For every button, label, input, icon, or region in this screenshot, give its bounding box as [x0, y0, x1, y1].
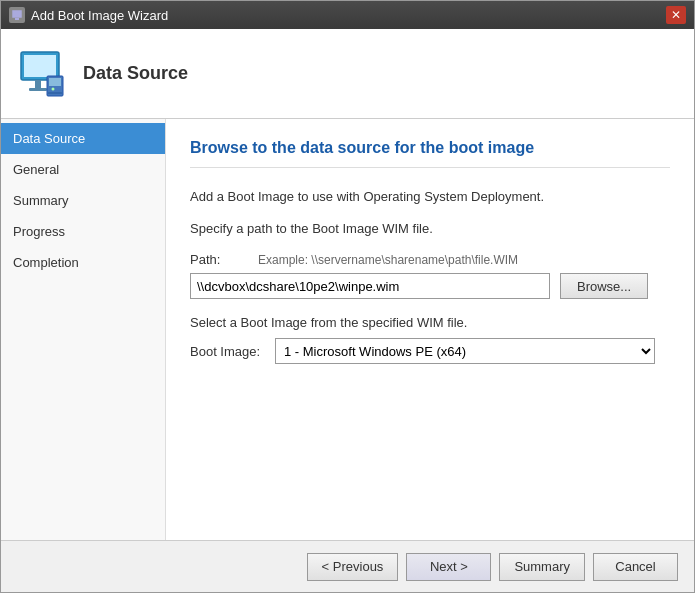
sidebar-item-summary[interactable]: Summary — [1, 185, 165, 216]
description2: Specify a path to the Boot Image WIM fil… — [190, 220, 670, 238]
sidebar-item-progress[interactable]: Progress — [1, 216, 165, 247]
sidebar-item-completion[interactable]: Completion — [1, 247, 165, 278]
header-title: Data Source — [83, 63, 188, 84]
svg-rect-1 — [15, 18, 19, 20]
svg-rect-6 — [29, 88, 47, 91]
description1: Add a Boot Image to use with Operating S… — [190, 188, 670, 206]
window-title: Add Boot Image Wizard — [31, 8, 168, 23]
content-area: Data Source General Summary Progress Com… — [1, 119, 694, 540]
path-input-row: Browse... — [190, 273, 670, 299]
boot-image-select[interactable]: 1 - Microsoft Windows PE (x64) — [275, 338, 655, 364]
svg-rect-10 — [48, 92, 62, 94]
footer: < Previous Next > Summary Cancel — [1, 540, 694, 592]
previous-button[interactable]: < Previous — [307, 553, 399, 581]
svg-rect-0 — [12, 10, 22, 18]
sidebar: Data Source General Summary Progress Com… — [1, 119, 166, 540]
close-button[interactable]: ✕ — [666, 6, 686, 24]
title-bar-left: Add Boot Image Wizard — [9, 7, 168, 23]
browse-button[interactable]: Browse... — [560, 273, 648, 299]
sidebar-item-data-source[interactable]: Data Source — [1, 123, 165, 154]
app-icon — [9, 7, 25, 23]
wizard-window: Add Boot Image Wizard ✕ Data Source Data… — [0, 0, 695, 593]
next-button[interactable]: Next > — [406, 553, 491, 581]
boot-image-row: Boot Image: 1 - Microsoft Windows PE (x6… — [190, 338, 670, 364]
path-input[interactable] — [190, 273, 550, 299]
title-bar: Add Boot Image Wizard ✕ — [1, 1, 694, 29]
path-section: Path: Example: \\servername\sharename\pa… — [190, 252, 670, 299]
svg-rect-5 — [35, 80, 41, 88]
computer-icon — [17, 48, 69, 100]
summary-button[interactable]: Summary — [499, 553, 585, 581]
svg-rect-2 — [13, 20, 21, 21]
main-content: Browse to the data source for the boot i… — [166, 119, 694, 540]
svg-rect-8 — [49, 78, 61, 86]
page-title: Browse to the data source for the boot i… — [190, 139, 670, 168]
cancel-button[interactable]: Cancel — [593, 553, 678, 581]
path-label: Path: — [190, 252, 250, 267]
header-area: Data Source — [1, 29, 694, 119]
path-example: Example: \\servername\sharename\path\fil… — [258, 253, 518, 267]
svg-point-9 — [52, 87, 55, 90]
sidebar-item-general[interactable]: General — [1, 154, 165, 185]
select-label: Select a Boot Image from the specified W… — [190, 315, 670, 330]
boot-image-label: Boot Image: — [190, 344, 265, 359]
svg-rect-4 — [24, 55, 56, 77]
